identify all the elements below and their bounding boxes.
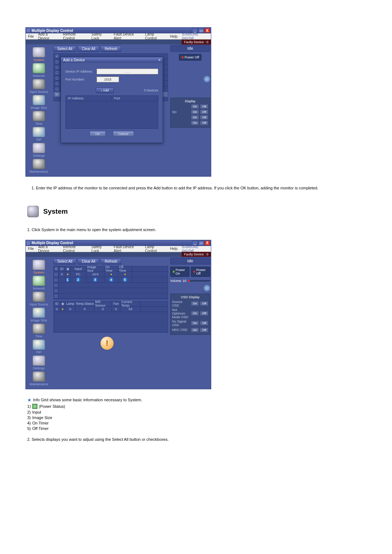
- minimize-button[interactable]: _: [192, 241, 198, 246]
- close-button[interactable]: X: [204, 28, 210, 33]
- row-checkbox[interactable]: ▢: [54, 272, 59, 277]
- cancel-button[interactable]: Cancel: [113, 131, 134, 137]
- ok-button[interactable]: OK: [90, 131, 105, 137]
- select-all-button[interactable]: Select All: [53, 258, 76, 264]
- dialog-titlebar[interactable]: Add a Device ×: [61, 57, 163, 63]
- refresh-button[interactable]: Refresh: [101, 46, 121, 52]
- power-on-button[interactable]: Power On: [170, 267, 189, 277]
- fault-chip: Faulty Device : 0: [181, 252, 211, 257]
- menu-file[interactable]: File: [26, 34, 36, 38]
- menu-safety-lock[interactable]: Safety Lock: [89, 32, 112, 40]
- header-checkbox[interactable]: ☑: [54, 266, 59, 271]
- legend-block: ★ Info Grid shows some basic information…: [27, 397, 365, 431]
- sidebar-item-time[interactable]: Time: [26, 111, 52, 126]
- refresh-button[interactable]: Refresh: [101, 258, 121, 264]
- on-pill[interactable]: On: [191, 301, 199, 306]
- on-pill[interactable]: On: [191, 328, 199, 332]
- sidebar-item-maintenance[interactable]: Maintenance: [26, 159, 52, 173]
- row-checkbox[interactable]: ▢: [54, 86, 61, 91]
- off-pill[interactable]: Off: [200, 301, 208, 306]
- menu-fault-device-alert[interactable]: Fault Device Alert: [111, 32, 143, 40]
- status-idle: Idle: [170, 258, 210, 264]
- off-pill[interactable]: Off: [200, 104, 208, 109]
- menu-add-device[interactable]: Add a Device: [36, 32, 61, 40]
- sidebar-item-network[interactable]: Network: [26, 276, 52, 290]
- row-checkbox[interactable]: ▢: [54, 59, 61, 64]
- clear-all-button[interactable]: Clear All: [78, 46, 99, 52]
- sidebar-item-input[interactable]: Input Source: [26, 79, 52, 94]
- sidebar-item-pip[interactable]: PIP: [26, 340, 52, 354]
- on-pill[interactable]: On: [191, 321, 199, 325]
- menu-fault-device-alert[interactable]: Fault Device Alert: [111, 245, 143, 253]
- menu-lamp-control[interactable]: Lamp Control: [143, 32, 168, 40]
- row-checkbox[interactable]: ▢: [54, 65, 61, 70]
- on-pill[interactable]: On: [191, 115, 199, 120]
- on-pill[interactable]: On: [191, 120, 199, 125]
- menu-help[interactable]: Help: [168, 34, 180, 38]
- menu-remote-control[interactable]: Remote Control: [61, 245, 89, 253]
- speaker-icon[interactable]: [204, 285, 210, 291]
- menu-remote-control[interactable]: Remote Control: [61, 32, 89, 40]
- row-checkbox[interactable]: ▢: [54, 288, 59, 293]
- add-button[interactable]: ↓ Add: [96, 87, 114, 93]
- sidebar-item-settings[interactable]: Settings: [26, 356, 52, 370]
- header-checkbox[interactable]: ☑: [54, 54, 61, 59]
- maximize-button[interactable]: ▭: [198, 28, 204, 33]
- row-checkbox[interactable]: ▢: [54, 294, 59, 299]
- sidebar-item-settings[interactable]: Settings: [26, 143, 52, 157]
- ip-input[interactable]: . . .: [97, 69, 158, 74]
- input-source-icon: [33, 292, 45, 302]
- menu-file[interactable]: File: [26, 247, 36, 251]
- star-icon: ★: [27, 397, 32, 403]
- app-icon: [26, 241, 30, 245]
- row-checkbox[interactable]: ▢: [54, 283, 59, 288]
- sidebar-item-system[interactable]: System: [26, 47, 52, 62]
- sidebar-item-network[interactable]: Network: [26, 63, 52, 78]
- callout-1: 1: [66, 277, 70, 282]
- table-row[interactable]: ▢ 0 ● PC 16:9 ● ●: [54, 272, 168, 277]
- sidebar-item-time[interactable]: Time: [26, 324, 52, 338]
- speaker-icon[interactable]: [204, 76, 210, 82]
- power-off-button[interactable]: Power Off: [191, 267, 210, 277]
- off-pill[interactable]: Off: [200, 311, 208, 316]
- sidebar-item-input[interactable]: Input Source: [26, 292, 52, 306]
- off-pill[interactable]: Off: [200, 120, 208, 125]
- off-pill[interactable]: Off: [200, 115, 208, 120]
- sidebar-item-system[interactable]: System: [26, 260, 52, 274]
- network-icon: [33, 276, 45, 286]
- offtime-icon: ●: [118, 272, 132, 277]
- menu-lamp-control[interactable]: Lamp Control: [143, 245, 168, 253]
- on-pill[interactable]: On: [191, 311, 199, 316]
- row-checkbox[interactable]: ▢: [54, 70, 61, 75]
- menu-add-device[interactable]: Add a Device: [36, 245, 61, 253]
- sidebar-item-pip[interactable]: PIP: [26, 127, 52, 141]
- port-input[interactable]: 1515: [97, 77, 119, 82]
- col-port: Port: [112, 96, 158, 101]
- row-checkbox[interactable]: ▢: [54, 277, 59, 282]
- sidebar-item-image-size[interactable]: Image Size: [26, 308, 52, 322]
- table-row[interactable]: 0 ● 0 0 0 0 83: [54, 307, 168, 312]
- dialog-close-icon[interactable]: ×: [158, 58, 160, 62]
- clear-all-button[interactable]: Clear All: [78, 258, 99, 264]
- menu-help[interactable]: Help: [168, 247, 180, 251]
- off-pill[interactable]: Off: [200, 321, 208, 325]
- power-off-button[interactable]: Power Off: [179, 54, 202, 61]
- select-all-button[interactable]: Select All: [53, 46, 76, 52]
- sidebar-item-image-size[interactable]: Image Size: [26, 95, 52, 110]
- minimize-button[interactable]: _: [192, 28, 198, 33]
- window-title: Multiple Display Control: [32, 241, 192, 245]
- sidebar-item-maintenance[interactable]: Maintenance: [26, 372, 52, 386]
- section-lead: 1. Click System in the main menu to open…: [27, 227, 365, 232]
- volume-slider[interactable]: [188, 280, 210, 282]
- close-button[interactable]: X: [204, 241, 210, 246]
- menu-safety-lock[interactable]: Safety Lock: [89, 245, 112, 253]
- dialog-device-table: IP Address Port: [65, 95, 158, 129]
- on-pill[interactable]: On: [191, 110, 199, 114]
- off-pill[interactable]: Off: [200, 328, 208, 332]
- on-pill[interactable]: On: [191, 104, 199, 109]
- row-checkbox[interactable]: ▢: [54, 81, 61, 86]
- maximize-button[interactable]: ▭: [198, 241, 204, 246]
- row-checkbox[interactable]: ▢: [54, 75, 61, 81]
- dialog-title: Add a Device: [63, 58, 85, 62]
- off-pill[interactable]: Off: [200, 110, 208, 114]
